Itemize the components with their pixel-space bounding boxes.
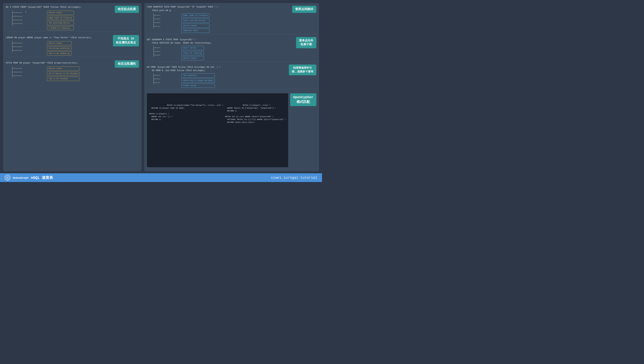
pipe-label-pipeline: The Pipeline — [182, 74, 215, 78]
lookup-label-tag: TAG to be looked up — [47, 52, 72, 56]
svg-point-28 — [7, 177, 8, 178]
go-labels: Return Value Edge Type to Traverse The S… — [47, 11, 74, 30]
right-panel: FIND SHORTEST PATH FROM "player102" TO "… — [144, 3, 319, 171]
footer-left: NebulaGraph nGQL 速查表 — [5, 175, 53, 180]
section-fetch: FETCH PROP ON player "player100" YIELD p… — [6, 60, 139, 82]
oc-code1: MATCH (v:player{name:"Tim Duncan"})-->(v… — [149, 104, 223, 120]
section-opencypher: MATCH (v:player{name:"Tim Duncan"})-->(v… — [147, 92, 316, 168]
section-subgraph: GET SUBGRAPH 5 STEPS FROM "player101" \ … — [147, 37, 316, 62]
lookup-labels: Return Value Filtering Condition TAG to … — [47, 41, 72, 56]
subgraph-label-start: Start Vertex — [182, 46, 204, 50]
go-tree: Return Value Edge Type to Traverse The S… — [9, 11, 139, 30]
opencypher-col2: MATCH (v:player)-->(v2) \ WHERE id(v2) I… — [225, 101, 286, 127]
pipe-label-clause: Piped caluse — [182, 84, 215, 88]
pipe-tree: The Pipeline Referring to piped variable… — [150, 74, 316, 88]
pipe-labels: The Pipeline Referring to piped variable… — [182, 74, 215, 88]
lookup-label-filter: Filtering Condition — [47, 46, 72, 50]
section-pipe: GO FROM "player100" OVER follow YIELD ds… — [147, 64, 316, 89]
lookup-label-return: Return Value — [47, 41, 72, 46]
opencypher-main: MATCH (v:player{name:"Tim Duncan"})-->(v… — [147, 93, 288, 167]
shortest-label-sp: SHORTEST PATH — [182, 29, 210, 33]
opencypher-code-block: MATCH (v:player{name:"Tim Duncan"})-->(v… — [147, 93, 288, 167]
section-go: GO 3 STEPS FROM "player102" OVER follow … — [6, 6, 139, 32]
fetch-labels: Return Value ID of Vertex to be fetched … — [47, 66, 80, 81]
badge-go: 给定起点拓展 — [115, 6, 139, 13]
footer: NebulaGraph nGQL 速查表 siwei.io/ngql-tutor… — [0, 173, 322, 182]
shortest-label-vertex: Start and End Vertex — [182, 18, 210, 22]
go-label-vertex: The Starting Vertex — [47, 21, 74, 25]
badge-subgraph: 查单点向外拓展子图 — [296, 37, 316, 48]
nebula-logo — [5, 175, 10, 180]
footer-url: siwei.io/ngql-tutorial — [271, 176, 317, 180]
shortest-label-return: Return Value — [182, 24, 210, 28]
shortest-code2: YIELD path AS p; — [147, 9, 316, 12]
fetch-label-return: Return Value — [47, 66, 80, 71]
subgraph-tree-lines — [150, 46, 180, 58]
badge-lookup: 不知道点 ID给定属性反查点 — [113, 35, 139, 46]
subgraph-labels: Start Vertex Steps of Traverse Return Va… — [182, 46, 204, 60]
shortest-tree: Edge Types to Traverse Start and End Ver… — [150, 14, 316, 33]
shortest-code1: FIND SHORTEST PATH FROM "player102" TO "… — [147, 6, 316, 8]
go-label-return: Return Value — [47, 11, 74, 15]
subgraph-label-return: Return Value — [182, 56, 204, 60]
subgraph-label-steps: Steps of Traverse — [182, 51, 204, 55]
shortest-label-edge: Edge Types to Traverse — [182, 14, 210, 18]
subgraph-code1: GET SUBGRAPH 5 STEPS FROM "player101" \ — [147, 38, 316, 41]
pipe-tree-lines — [150, 74, 180, 85]
section-shortest: FIND SHORTEST PATH FROM "player102" TO "… — [147, 6, 316, 34]
subgraph-tree: Start Vertex Steps of Traverse Return Va… — [150, 46, 316, 60]
main-content: GO 3 STEPS FROM "player102" OVER follow … — [0, 0, 322, 173]
go-tree-lines — [9, 11, 46, 26]
fetch-label-tag: TAG to be fetched — [47, 77, 80, 81]
fetch-tree-lines — [9, 66, 46, 78]
footer-brand: NebulaGraph — [13, 176, 28, 179]
opencypher-col1: MATCH (v:player{name:"Tim Duncan"})-->(v… — [149, 101, 223, 127]
badge-opencypher: OpenCypher模式匹配 — [290, 93, 316, 106]
section-lookup: LOOKUP ON player WHERE player.name == "T… — [6, 35, 139, 57]
opencypher-columns: MATCH (v:player{name:"Tim Duncan"})-->(v… — [149, 101, 286, 127]
footer-title: nGQL 速查表 — [31, 175, 53, 180]
badge-fetch: 给定点取属性 — [115, 60, 139, 68]
shortest-tree-lines — [150, 14, 180, 28]
opencypher-code-area: MATCH (v:player{name:"Tim Duncan"})-->(v… — [147, 93, 288, 167]
left-panel: GO 3 STEPS FROM "player102" OVER follow … — [3, 3, 142, 171]
subgraph-code2: YIELD VERTICES AS nodes, EDGES AS relati… — [147, 42, 316, 44]
fetch-label-id: ID of Vertex to be fetched — [47, 72, 80, 76]
badge-shortest: 查两点间路径 — [292, 6, 316, 13]
shortest-labels: Edge Types to Traverse Start and End Ver… — [182, 14, 210, 33]
pipe-label-refer: Referring to piped variable — [182, 78, 215, 83]
nebula-logo-icon — [6, 176, 10, 180]
lookup-tree-lines — [9, 41, 46, 53]
go-label-edge: Edge Type to Traverse — [47, 16, 74, 20]
oc-code2: MATCH (v:player)-->(v2) \ WHERE id(v2) I… — [225, 104, 286, 123]
go-label-steps: 3 STEPS to Traverse — [47, 26, 74, 30]
badge-pipe: 利用管道穿针引线，连接多个查询 — [289, 64, 316, 76]
fetch-tree: Return Value ID of Vertex to be fetched … — [9, 66, 139, 81]
